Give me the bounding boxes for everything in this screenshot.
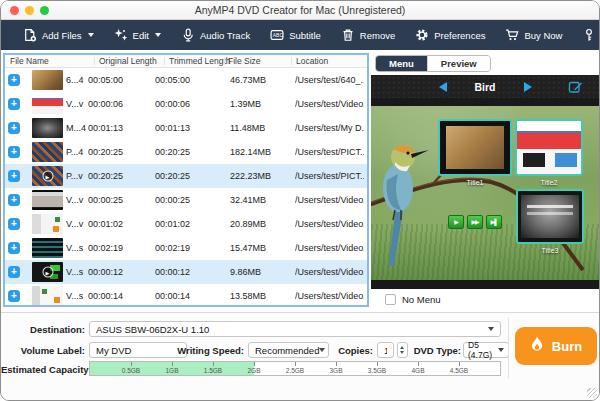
fast-forward-button[interactable]: ▶▶ — [467, 215, 483, 229]
add-files-icon — [23, 28, 37, 42]
add-title-icon[interactable]: + — [8, 98, 20, 110]
table-row[interactable]: + ▶ V...v 00:01:02 00:01:02 20.89MB /Use… — [5, 212, 367, 236]
title1-label: Title1 — [438, 179, 512, 186]
next-menu-icon[interactable] — [524, 82, 532, 92]
column-header-file-size[interactable]: File Size — [228, 55, 261, 68]
capacity-tick-label: 2GB — [247, 367, 260, 374]
edit-button[interactable]: Edit — [104, 20, 171, 50]
no-menu-checkbox[interactable] — [385, 294, 396, 305]
burn-button[interactable]: Burn — [515, 327, 597, 365]
menu-title-thumbnail-3[interactable] — [516, 189, 584, 244]
title1-image — [446, 126, 504, 169]
video-thumbnail: ▶ — [32, 70, 63, 90]
file-name: 6...4 — [66, 68, 88, 92]
capacity-tick-label: 1GB — [165, 367, 178, 374]
table-row[interactable]: + ▶ V...v 00:00:25 00:00:25 32.41MB /Use… — [5, 188, 367, 212]
app-window: AnyMP4 DVD Creator for Mac (Unregistered… — [0, 0, 600, 401]
menu-template-nav: Bird — [371, 75, 599, 98]
file-size: 11.48MB — [230, 116, 265, 140]
video-thumbnail: ▶ — [32, 238, 63, 258]
stepper-down-icon — [400, 351, 404, 354]
trimmed-length: 00:00:12 — [155, 260, 190, 284]
capacity-tick-label: 4.5GB — [450, 367, 468, 374]
add-title-icon[interactable]: + — [8, 266, 20, 278]
edit-menu-icon[interactable] — [568, 79, 583, 98]
file-size: 13.58MB — [230, 284, 266, 307]
remove-button[interactable]: Remove — [331, 20, 405, 50]
capacity-tick — [254, 362, 255, 366]
column-header-file-name[interactable]: File Name — [10, 55, 49, 68]
add-title-icon[interactable]: + — [8, 242, 20, 254]
key-icon — [582, 28, 596, 42]
column-header-location[interactable]: Location — [296, 55, 328, 68]
writing-speed-select[interactable]: Recommended — [248, 342, 329, 358]
register-button[interactable]: Register — [572, 20, 600, 50]
chevron-down-icon — [498, 348, 504, 352]
tab-preview[interactable]: Preview — [427, 56, 490, 71]
trimmed-length: 00:00:14 — [155, 284, 190, 307]
add-title-icon[interactable]: + — [8, 74, 20, 86]
add-title-icon[interactable]: + — [8, 146, 20, 158]
file-name: M...4 — [66, 116, 88, 140]
add-title-icon[interactable]: + — [8, 290, 20, 302]
preferences-button[interactable]: Preferences — [405, 20, 495, 50]
svg-text:ABC: ABC — [273, 33, 284, 38]
original-length: 00:05:00 — [88, 68, 123, 92]
copies-input[interactable] — [377, 342, 394, 358]
remove-icon — [341, 28, 355, 42]
tab-menu[interactable]: Menu — [376, 56, 427, 71]
dvd-type-select[interactable]: D5 (4.7G) — [463, 342, 509, 358]
file-name: V...s — [66, 236, 88, 260]
original-length: 00:02:19 — [88, 236, 123, 260]
table-row[interactable]: + ▶ V...s 00:00:12 00:00:12 9.86MB /User… — [5, 260, 367, 284]
file-location: /Users/test/Video... — [295, 236, 364, 260]
audio-track-button[interactable]: Audio Track — [171, 20, 260, 50]
previous-menu-icon[interactable] — [439, 82, 447, 92]
table-row[interactable]: + ▶ V...s 00:00:14 00:00:14 13.58MB /Use… — [5, 284, 367, 307]
table-row[interactable]: + ▶ M...4 00:01:13 00:01:13 11.48MB /Use… — [5, 116, 367, 140]
next-title-button[interactable]: ▶▌ — [486, 215, 502, 229]
file-name: P...v — [66, 164, 88, 188]
preview-panel: Menu Preview Bird — [371, 51, 599, 312]
table-row[interactable]: + ▶ 6...4 00:05:00 00:05:00 46.73MB /Use… — [5, 68, 367, 92]
subtitle-button[interactable]: ABC Subtitle — [260, 20, 331, 50]
table-row[interactable]: + ▶ V...v 00:00:06 00:00:06 1.39MB /User… — [5, 92, 367, 116]
zoom-button[interactable] — [40, 6, 49, 15]
add-files-button[interactable]: Add Files — [13, 20, 104, 50]
add-title-icon[interactable]: + — [8, 122, 20, 134]
destination-select[interactable]: ASUS SBW-06D2X-U 1.10 — [89, 321, 501, 337]
file-location: /Users/test/Video... — [295, 92, 364, 116]
buy-now-button[interactable]: Buy Now — [495, 20, 572, 50]
menu-title-thumbnail-2[interactable] — [515, 119, 583, 176]
capacity-tick — [213, 362, 214, 366]
column-header-original-length[interactable]: Original Length — [99, 55, 157, 68]
capacity-tick — [336, 362, 337, 366]
capacity-tick — [377, 362, 378, 366]
add-title-icon[interactable]: + — [8, 194, 20, 206]
capacity-tick-label: 3GB — [329, 367, 342, 374]
close-button[interactable] — [10, 6, 19, 15]
table-row[interactable]: + ▶ V...s 00:02:19 00:02:19 15.47MB /Use… — [5, 236, 367, 260]
letterbox-bar — [371, 280, 599, 289]
menu-template-title: Bird — [475, 81, 496, 93]
column-divider — [291, 57, 292, 65]
resize-grip[interactable] — [587, 388, 597, 398]
column-header-trimmed-length[interactable]: Trimmed Length — [169, 55, 231, 68]
chevron-down-icon — [319, 348, 325, 352]
minimize-button[interactable] — [25, 6, 34, 15]
video-thumbnail: ▶ — [32, 118, 63, 138]
file-size: 20.89MB — [230, 212, 266, 236]
chevron-down-icon — [88, 33, 94, 37]
capacity-tick — [459, 362, 460, 366]
add-title-icon[interactable]: + — [8, 218, 20, 230]
play-button[interactable]: ▶ — [448, 215, 464, 229]
menu-title-thumbnail-1[interactable] — [438, 119, 512, 176]
trimmed-length: 00:05:00 — [155, 68, 190, 92]
trimmed-length: 00:01:02 — [155, 212, 190, 236]
add-title-icon[interactable]: + — [8, 170, 20, 182]
chevron-down-icon — [155, 33, 161, 37]
table-row[interactable]: + ▶ P...v 00:20:25 00:20:25 222.23MB /Us… — [5, 164, 367, 188]
file-location: /Users/test/Video... — [295, 212, 364, 236]
original-length: 00:01:02 — [88, 212, 123, 236]
table-row[interactable]: + ▶ P...4 00:20:25 00:20:25 182.14MB /Us… — [5, 140, 367, 164]
